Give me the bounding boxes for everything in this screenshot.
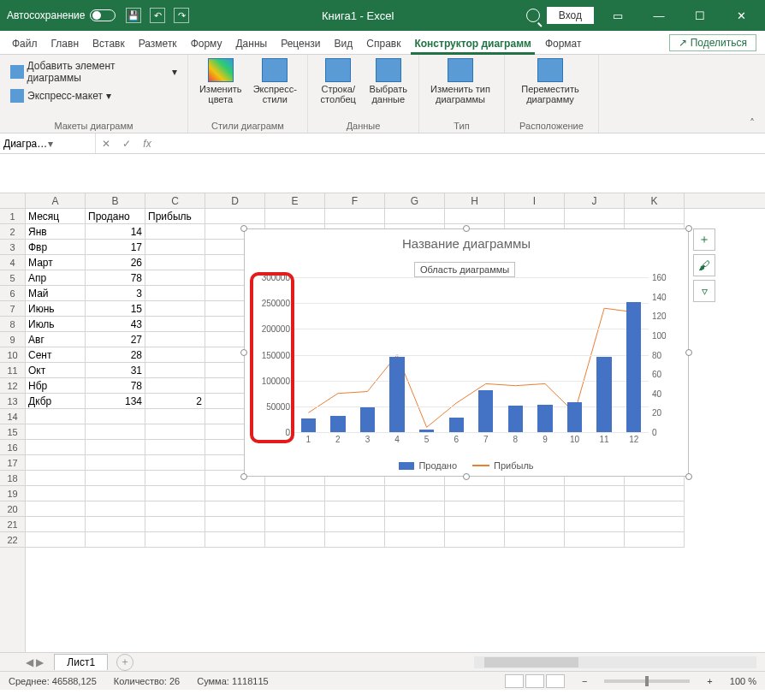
page-layout-view-button[interactable] xyxy=(525,674,544,688)
cell[interactable]: Фвр xyxy=(26,240,86,255)
tab-help[interactable]: Справк xyxy=(359,34,407,54)
cell[interactable] xyxy=(26,471,86,486)
cell[interactable] xyxy=(505,486,565,501)
row-header[interactable]: 3 xyxy=(0,240,25,255)
row-header[interactable]: 17 xyxy=(0,455,25,471)
cell[interactable] xyxy=(145,286,205,301)
row-header[interactable]: 13 xyxy=(0,394,25,409)
resize-handle[interactable] xyxy=(685,225,692,232)
column-header[interactable]: H xyxy=(445,193,505,208)
resize-handle[interactable] xyxy=(240,473,247,480)
collapse-ribbon-icon[interactable]: ˄ xyxy=(746,117,758,129)
quick-styles-button[interactable]: Экспресс-стили xyxy=(250,58,301,104)
cell[interactable] xyxy=(26,455,86,471)
resize-handle[interactable] xyxy=(463,225,470,232)
column-header[interactable]: B xyxy=(86,193,145,208)
cell[interactable]: Июль xyxy=(26,317,86,332)
row-header[interactable]: 22 xyxy=(0,532,25,548)
cell[interactable] xyxy=(205,486,265,501)
cell[interactable] xyxy=(145,409,205,424)
cell[interactable] xyxy=(445,486,505,501)
resize-handle[interactable] xyxy=(463,473,470,480)
zoom-slider[interactable] xyxy=(604,679,690,683)
cell[interactable] xyxy=(145,270,205,286)
resize-handle[interactable] xyxy=(685,349,692,356)
change-chart-type-button[interactable]: Изменить тип диаграммы xyxy=(426,58,495,104)
cell[interactable] xyxy=(145,455,205,471)
tab-chart-design[interactable]: Конструктор диаграмм xyxy=(407,34,537,54)
cell[interactable]: Март xyxy=(26,255,86,270)
bar[interactable] xyxy=(508,406,523,432)
cell[interactable] xyxy=(445,517,505,532)
cell[interactable] xyxy=(445,501,505,517)
bar[interactable] xyxy=(567,402,582,432)
chevron-down-icon[interactable]: ▾ xyxy=(48,138,92,150)
cell[interactable] xyxy=(86,517,145,532)
cell[interactable]: Месяц xyxy=(26,209,86,224)
row-header[interactable]: 21 xyxy=(0,517,25,532)
cell[interactable] xyxy=(625,486,685,501)
cell[interactable] xyxy=(205,209,265,224)
row-header[interactable]: 18 xyxy=(0,471,25,486)
cell[interactable] xyxy=(26,440,86,455)
cell[interactable]: Дкбр xyxy=(26,394,86,409)
cell[interactable] xyxy=(26,501,86,517)
cell[interactable] xyxy=(145,347,205,363)
column-header[interactable]: F xyxy=(325,193,385,208)
ribbon-display-icon[interactable]: ▭ xyxy=(601,4,635,27)
cell[interactable]: 43 xyxy=(86,317,145,332)
cell[interactable] xyxy=(145,378,205,394)
cell[interactable]: 14 xyxy=(86,224,145,240)
chart-object[interactable]: Название диаграммы Область диаграммы 050… xyxy=(244,228,689,477)
row-header[interactable]: 2 xyxy=(0,224,25,240)
cell[interactable] xyxy=(145,255,205,270)
row-header[interactable]: 11 xyxy=(0,363,25,378)
cell[interactable]: Окт xyxy=(26,363,86,378)
cell[interactable] xyxy=(325,517,385,532)
bar[interactable] xyxy=(301,418,316,432)
cell[interactable]: 78 xyxy=(86,378,145,394)
cell[interactable]: Янв xyxy=(26,224,86,240)
cell[interactable]: Май xyxy=(26,286,86,301)
row-header[interactable]: 15 xyxy=(0,424,25,440)
cell[interactable]: Сент xyxy=(26,347,86,363)
formula-bar[interactable] xyxy=(0,154,765,193)
cell[interactable] xyxy=(145,424,205,440)
cell[interactable] xyxy=(625,532,685,548)
row-header[interactable]: 19 xyxy=(0,486,25,501)
cell[interactable]: 31 xyxy=(86,363,145,378)
toggle-switch-icon[interactable] xyxy=(90,9,116,21)
cell[interactable] xyxy=(145,517,205,532)
cell[interactable] xyxy=(565,501,625,517)
cell[interactable] xyxy=(505,501,565,517)
name-box[interactable]: Диаграм...▾ xyxy=(0,133,96,153)
tab-format[interactable]: Формат xyxy=(538,34,589,54)
row-header[interactable]: 12 xyxy=(0,378,25,394)
chart-styles-button[interactable]: 🖌 xyxy=(693,254,715,276)
row-header[interactable]: 7 xyxy=(0,301,25,317)
column-header[interactable]: I xyxy=(505,193,565,208)
select-data-button[interactable]: Выбрать данные xyxy=(365,58,412,104)
sheet-tab[interactable]: Лист1 xyxy=(54,654,108,670)
cell[interactable] xyxy=(86,455,145,471)
change-colors-button[interactable]: Изменить цвета xyxy=(195,58,246,104)
row-header[interactable]: 6 xyxy=(0,286,25,301)
cell[interactable] xyxy=(145,471,205,486)
cells-area[interactable]: МесяцПроданоПрибыльЯнв14Фвр17Март26Апр78… xyxy=(26,209,765,652)
cell[interactable] xyxy=(565,517,625,532)
column-header[interactable]: C xyxy=(145,193,205,208)
cell[interactable]: Апр xyxy=(26,270,86,286)
worksheet-grid[interactable]: 12345678910111213141516171819202122 Меся… xyxy=(0,209,765,652)
bar[interactable] xyxy=(537,405,552,432)
tab-home[interactable]: Главн xyxy=(44,34,86,54)
add-sheet-button[interactable]: ＋ xyxy=(116,654,133,671)
tab-file[interactable]: Файл xyxy=(5,34,44,54)
bar[interactable] xyxy=(330,416,345,432)
minimize-icon[interactable]: — xyxy=(642,4,676,27)
column-header[interactable]: G xyxy=(385,193,445,208)
cell[interactable] xyxy=(325,209,385,224)
close-icon[interactable]: ✕ xyxy=(724,4,758,27)
cell[interactable] xyxy=(325,532,385,548)
cell[interactable] xyxy=(205,501,265,517)
cell[interactable] xyxy=(625,517,685,532)
